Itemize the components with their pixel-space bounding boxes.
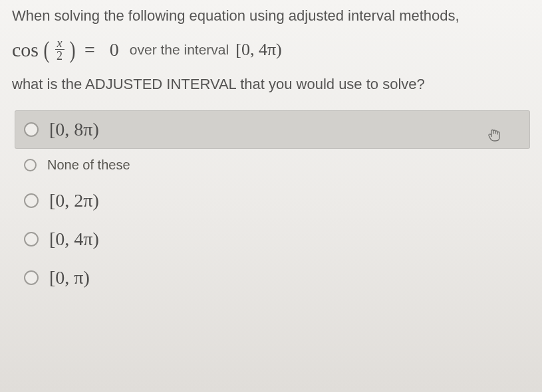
radio-icon: [24, 159, 37, 171]
quiz-page: When solving the following equation usin…: [0, 0, 542, 392]
option-label: [0, 2π): [49, 190, 99, 211]
option-0-4pi[interactable]: [0, 4π): [15, 220, 530, 258]
option-label: [0, 8π): [49, 119, 99, 140]
given-interval: [0, 4π): [235, 40, 281, 60]
over-interval-text: over the interval: [130, 42, 229, 58]
fraction-x-over-2: x 2: [55, 37, 65, 63]
right-paren: ): [70, 36, 76, 64]
option-label: [0, π): [49, 267, 90, 288]
option-label: None of these: [47, 157, 130, 173]
question-line2: what is the ADJUSTED INTERVAL that you w…: [12, 76, 530, 93]
option-none-of-these[interactable]: None of these: [15, 149, 530, 181]
radio-icon: [24, 270, 39, 285]
radio-icon: [24, 193, 39, 208]
left-paren: (: [44, 36, 50, 64]
fraction-numerator: x: [55, 37, 65, 50]
option-0-8pi[interactable]: [0, 8π): [15, 110, 530, 149]
option-label: [0, 4π): [49, 229, 99, 250]
radio-icon: [24, 122, 39, 137]
pointer-cursor-icon: [487, 128, 501, 142]
fraction-denominator: 2: [55, 50, 65, 62]
option-0-2pi[interactable]: [0, 2π): [15, 181, 530, 220]
equation: cos ( x 2 ) = 0 over the interval [0, 4π…: [12, 36, 530, 64]
rhs-zero: 0: [110, 39, 119, 60]
cos-func: cos: [12, 39, 39, 61]
equals-sign: =: [84, 39, 95, 60]
radio-icon: [24, 232, 39, 246]
options-list: [0, 8π) None of these [0, 2π) [0, 4π) [0…: [15, 110, 530, 288]
question-line1: When solving the following equation usin…: [12, 5, 530, 27]
option-0-pi[interactable]: [0, π): [15, 258, 530, 288]
